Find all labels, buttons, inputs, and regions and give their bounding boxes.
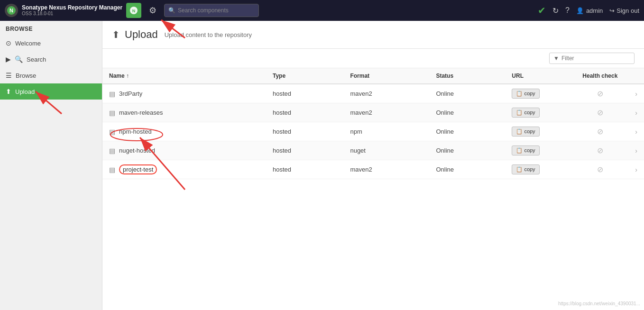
filter-icon: ▼ [553,55,559,62]
repo-name: 3rdParty [119,90,142,97]
cell-type: hosted [266,160,343,179]
table-row[interactable]: ▤3rdPartyhostedmaven2Online📋 copy⊘› [102,84,644,103]
username-label: admin [586,7,603,14]
search-bar-icon: 🔍 [168,7,175,14]
cell-status: Online [429,103,505,122]
repo-name: maven-releases [119,109,163,116]
sidebar-item-label-upload: Upload [15,88,35,95]
main-content: ⬆ Upload Upload content to the repositor… [102,21,644,310]
svg-text:N: N [132,9,136,13]
copy-url-button[interactable]: 📋 copy [512,89,539,99]
cell-format: maven2 [343,103,429,122]
cell-status: Online [429,160,505,179]
cell-status: Online [429,122,505,141]
repo-name: npm-hosted [119,128,152,135]
cell-format: npm [343,122,429,141]
cell-arrow[interactable]: › [628,160,644,179]
signout-label: Sign out [616,7,639,14]
repo-icon: ▤ [109,109,115,117]
brand: N Sonatype Nexus Repository Manager OSS … [5,4,122,17]
cell-url: 📋 copy [505,141,571,160]
navbar: N Sonatype Nexus Repository Manager OSS … [0,0,644,21]
page-title: Upload [125,28,158,41]
app-title: Sonatype Nexus Repository Manager [22,4,122,11]
sidebar-item-welcome[interactable]: ⊙ Welcome [0,35,102,51]
table-row[interactable]: ▤project-testhostedmaven2Online📋 copy⊘› [102,160,644,179]
sidebar-item-label-search: Search [27,56,46,63]
cell-url: 📋 copy [505,122,571,141]
table-row[interactable]: ▤npm-hostedhostednpmOnline📋 copy⊘› [102,122,644,141]
svg-text:N: N [9,8,13,13]
cell-name: ▤npm-hosted [102,122,266,141]
cell-health: ⊘ [571,103,628,122]
sidebar-item-search[interactable]: ▶ 🔍 Search [0,51,102,67]
sidebar-item-label-browse: Browse [16,72,36,79]
search-input[interactable] [178,7,255,14]
col-type: Type [266,68,343,84]
help-icon[interactable]: ? [565,6,570,15]
table-row[interactable]: ▤maven-releaseshostedmaven2Online📋 copy⊘… [102,103,644,122]
page-subtitle: Upload content to the repository [165,31,252,38]
nexus-nav-button[interactable]: N [126,3,141,18]
welcome-icon: ⊙ [6,39,11,47]
cell-type: hosted [266,103,343,122]
repo-name: nuget-hosted [119,147,155,154]
app-subtitle: OSS 3.18.0-01 [22,11,122,17]
cell-name: ▤nuget-hosted [102,141,266,160]
filter-input[interactable] [561,55,630,62]
sidebar: Browse ⊙ Welcome ▶ 🔍 Search ☰ Browse ⬆ U… [0,21,102,310]
status-ok-icon: ✔ [538,5,546,16]
upload-icon: ⬆ [6,88,11,95]
cell-type: hosted [266,84,343,103]
repo-icon: ▤ [109,128,115,136]
cell-type: hosted [266,141,343,160]
cell-arrow[interactable]: › [628,141,644,160]
table-row[interactable]: ▤nuget-hostedhostednugetOnline📋 copy⊘› [102,141,644,160]
col-name: Name ↑ [102,68,266,84]
search-magnify-icon: 🔍 [15,55,23,63]
navbar-right: ✔ ↻ ? 👤 admin ↪ Sign out [538,5,639,16]
brand-icon: N [5,4,18,17]
sidebar-item-label-welcome: Welcome [15,40,41,47]
cell-format: maven2 [343,160,429,179]
settings-button[interactable]: ⚙ [145,3,160,18]
sign-out-button[interactable]: ↪ Sign out [609,7,639,14]
sidebar-item-browse[interactable]: ☰ Browse [0,67,102,83]
copy-url-button[interactable]: 📋 copy [512,146,539,155]
copy-url-button[interactable]: 📋 copy [512,164,539,174]
cell-name: ▤maven-releases [102,103,266,122]
cell-name: ▤3rdParty [102,84,266,103]
repo-name: project-test [119,164,157,174]
cell-arrow[interactable]: › [628,84,644,103]
filter-input-wrapper[interactable]: ▼ [549,53,635,64]
cell-url: 📋 copy [505,103,571,122]
cell-url: 📋 copy [505,160,571,179]
signout-icon: ↪ [609,7,615,14]
repo-icon: ▤ [109,90,115,98]
col-format: Format [343,68,429,84]
table-toolbar: ▼ [102,49,644,68]
sidebar-item-upload[interactable]: ⬆ Upload [0,83,102,100]
cell-health: ⊘ [571,141,628,160]
cell-arrow[interactable]: › [628,103,644,122]
repo-icon: ▤ [109,166,115,173]
cell-url: 📋 copy [505,84,571,103]
copy-url-button[interactable]: 📋 copy [512,108,539,118]
user-icon: 👤 [576,7,584,14]
cell-health: ⊘ [571,122,628,141]
refresh-icon[interactable]: ↻ [552,6,559,15]
copy-url-button[interactable]: 📋 copy [512,127,539,137]
user-menu[interactable]: 👤 admin [576,7,603,14]
table-body: ▤3rdPartyhostedmaven2Online📋 copy⊘›▤mave… [102,84,644,179]
cell-health: ⊘ [571,84,628,103]
sidebar-section-browse: Browse [0,21,102,35]
table-header-row: Name ↑ Type Format Status URL [102,68,644,84]
browse-icon: ☰ [6,72,12,79]
search-bar[interactable]: 🔍 [164,4,259,17]
col-arrow [628,68,644,84]
cell-status: Online [429,84,505,103]
cell-arrow[interactable]: › [628,122,644,141]
repositories-table: Name ↑ Type Format Status URL [102,68,644,179]
cell-type: hosted [266,122,343,141]
col-status: Status [429,68,505,84]
